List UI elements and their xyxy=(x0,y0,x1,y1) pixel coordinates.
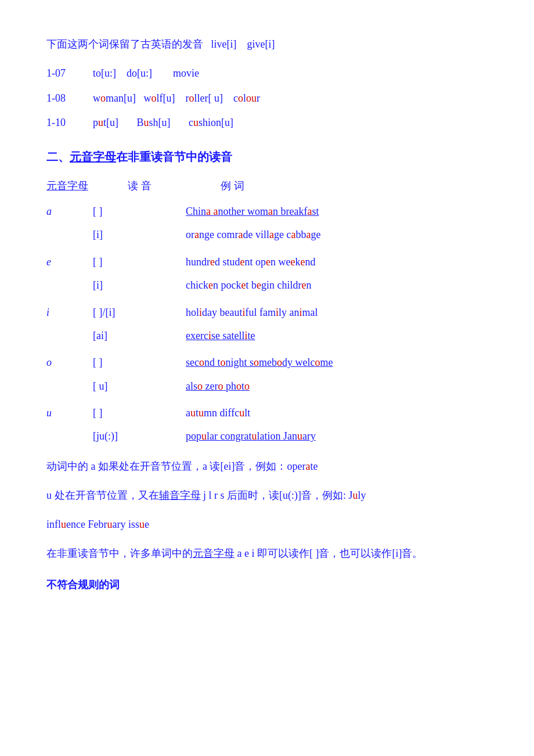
examples-i2: exercise satellite xyxy=(186,326,255,345)
row-108: 1-08 woman[u] wolf[u] roller[ u] colour xyxy=(46,89,488,107)
examples-o1: second tonight somebody welcome xyxy=(186,353,333,372)
letter-o: o xyxy=(46,353,93,372)
examples-a1: China another woman breakfast xyxy=(186,202,319,221)
examples-u1: autumn diffcult xyxy=(186,404,250,422)
intro-line: 下面这两个词保留了古英语的发音 live[i] give[i] xyxy=(46,35,488,53)
phonetic-o1: [ ] xyxy=(93,353,186,372)
vowel-block-o: o [ ] second tonight somebody welcome [ … xyxy=(46,353,488,395)
examples-a2: orange comrade village cabbage xyxy=(186,225,320,244)
vowel-block-a: a [ ] China another woman breakfast [i] … xyxy=(46,202,488,244)
heading-underline: 元音字母 xyxy=(70,150,116,163)
col-header-2: 读 音 xyxy=(128,177,186,195)
vowel-row-e2: [i] chicken pocket begin children xyxy=(46,276,488,294)
intro-text: 下面这两个词保留了古英语的发音 live[i] give[i] xyxy=(46,38,275,50)
phonetic-a1: [ ] xyxy=(93,202,186,221)
vowel-block-i: i [ ]/[i] holiday beautiful family anima… xyxy=(46,303,488,345)
vowel-block-e: e [ ] hundred student open weekend [i] c… xyxy=(46,253,488,295)
letter-e: e xyxy=(46,253,93,271)
row-words: put[u] Bush[u] cushion[u] xyxy=(93,113,233,132)
examples-e1: hundred student open weekend xyxy=(186,253,316,271)
section2-heading: 二、元音字母在非重读音节中的读音 xyxy=(46,146,488,167)
letter-a: a xyxy=(46,202,93,221)
phonetic-e2: [i] xyxy=(93,276,186,294)
vowel-block-u: u [ ] autumn diffcult [ju(:)] popular co… xyxy=(46,404,488,446)
examples-o2: also zero photo xyxy=(186,377,250,395)
row-id: 1-08 xyxy=(46,89,81,107)
vowel-row-a1: a [ ] China another woman breakfast xyxy=(46,202,488,221)
phonetic-o2: [ u] xyxy=(93,377,186,395)
vowel-row-u2: [ju(:)] popular congratulation January xyxy=(46,427,488,445)
vowel-row-u1: u [ ] autumn diffcult xyxy=(46,404,488,422)
examples-i1: holiday beautiful family animal xyxy=(186,303,318,322)
vowel-row-a2: [i] orange comrade village cabbage xyxy=(46,225,488,244)
phonetic-e1: [ ] xyxy=(93,253,186,271)
examples-e2: chicken pocket begin children xyxy=(186,276,312,294)
phonetic-i2: [ai] xyxy=(93,326,186,345)
para1: 动词中的 a 如果处在开音节位置，a 读[ei]音，例如：operate xyxy=(46,456,488,476)
row-words: woman[u] wolf[u] roller[ u] colour xyxy=(93,89,260,107)
vowel-row-o1: o [ ] second tonight somebody welcome xyxy=(46,353,488,372)
section3-heading: 不符合规则的词 xyxy=(46,575,488,594)
letter-u: u xyxy=(46,404,93,422)
row-107: 1-07 to[u:] do[u:] movie xyxy=(46,64,488,82)
para3: influence February issue xyxy=(46,514,488,534)
col-header-3: 例 词 xyxy=(221,177,337,195)
table-header: 元音字母 读 音 例 词 xyxy=(46,177,488,195)
col-header-1: 元音字母 xyxy=(46,177,93,195)
para4: 在非重读音节中，许多单词中的元音字母 a e i 即可以读作[ ]音，也可以读作… xyxy=(46,543,488,563)
row-id: 1-10 xyxy=(46,113,81,132)
phonetic-a2: [i] xyxy=(93,225,186,244)
vowel-row-i2: [ai] exercise satellite xyxy=(46,326,488,345)
row-id: 1-07 xyxy=(46,64,81,82)
para2: u 处在开音节位置，又在辅音字母 j l r s 后面时，读[u(:)]音，例如… xyxy=(46,485,488,505)
phonetic-i1: [ ]/[i] xyxy=(93,303,186,322)
row-words: to[u:] do[u:] movie xyxy=(93,64,199,82)
row-110: 1-10 put[u] Bush[u] cushion[u] xyxy=(46,113,488,132)
examples-u2: popular congratulation January xyxy=(186,427,316,445)
vowel-row-e1: e [ ] hundred student open weekend xyxy=(46,253,488,271)
phonetic-u1: [ ] xyxy=(93,404,186,422)
phonetic-u2: [ju(:)] xyxy=(93,427,186,445)
vowel-row-o2: [ u] also zero photo xyxy=(46,377,488,395)
letter-i: i xyxy=(46,303,93,322)
vowel-row-i1: i [ ]/[i] holiday beautiful family anima… xyxy=(46,303,488,322)
